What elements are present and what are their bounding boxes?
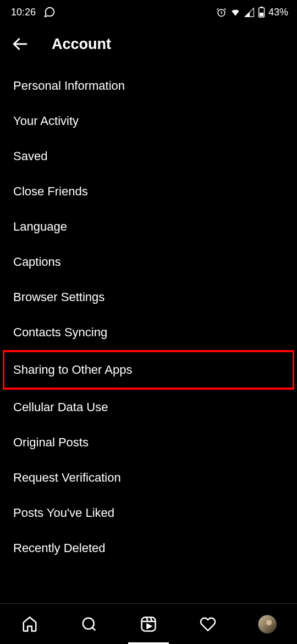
nav-search[interactable] <box>76 611 102 637</box>
status-time: 10:26 <box>11 7 36 18</box>
menu-item-close-friends[interactable]: Close Friends <box>0 174 297 209</box>
bottom-nav <box>0 603 297 644</box>
menu-item-contacts-syncing[interactable]: Contacts Syncing <box>0 315 297 350</box>
battery-percent: 43% <box>268 7 288 18</box>
nav-profile[interactable] <box>254 611 280 637</box>
back-arrow-icon <box>11 35 29 53</box>
page-title: Account <box>52 36 111 53</box>
signal-icon <box>244 7 255 18</box>
nav-home[interactable] <box>16 611 43 637</box>
svg-rect-2 <box>260 7 262 8</box>
svg-point-5 <box>83 618 94 629</box>
menu-item-personal-information[interactable]: Personal Information <box>0 68 297 103</box>
menu-item-sharing-to-other-apps[interactable]: Sharing to Other Apps <box>3 350 294 390</box>
home-icon <box>21 616 38 632</box>
battery-icon <box>258 7 265 18</box>
back-button[interactable] <box>11 35 29 53</box>
menu-item-original-posts[interactable]: Original Posts <box>0 425 297 460</box>
profile-avatar <box>258 615 277 634</box>
status-right: 43% <box>216 7 288 18</box>
page-header: Account <box>0 22 297 68</box>
status-left: 10:26 <box>11 6 56 18</box>
alarm-icon <box>216 7 227 18</box>
menu-item-saved[interactable]: Saved <box>0 139 297 174</box>
search-icon <box>81 616 97 632</box>
account-menu-list: Personal Information Your Activity Saved… <box>0 68 297 566</box>
menu-item-your-activity[interactable]: Your Activity <box>0 103 297 139</box>
menu-item-browser-settings[interactable]: Browser Settings <box>0 280 297 315</box>
menu-item-language[interactable]: Language <box>0 209 297 244</box>
svg-marker-11 <box>147 624 152 629</box>
reels-icon <box>140 616 157 632</box>
wifi-icon <box>230 7 241 18</box>
menu-item-cellular-data-use[interactable]: Cellular Data Use <box>0 390 297 425</box>
svg-line-6 <box>92 627 95 630</box>
status-bar: 10:26 <box>0 0 297 22</box>
heart-icon <box>200 616 216 632</box>
nav-reels[interactable] <box>135 611 162 637</box>
menu-item-captions[interactable]: Captions <box>0 244 297 280</box>
whatsapp-icon <box>43 6 56 18</box>
svg-rect-3 <box>260 13 263 17</box>
menu-item-posts-youve-liked[interactable]: Posts You've Liked <box>0 495 297 531</box>
menu-item-recently-deleted[interactable]: Recently Deleted <box>0 531 297 566</box>
nav-activity[interactable] <box>195 611 221 637</box>
menu-item-request-verification[interactable]: Request Verification <box>0 460 297 495</box>
